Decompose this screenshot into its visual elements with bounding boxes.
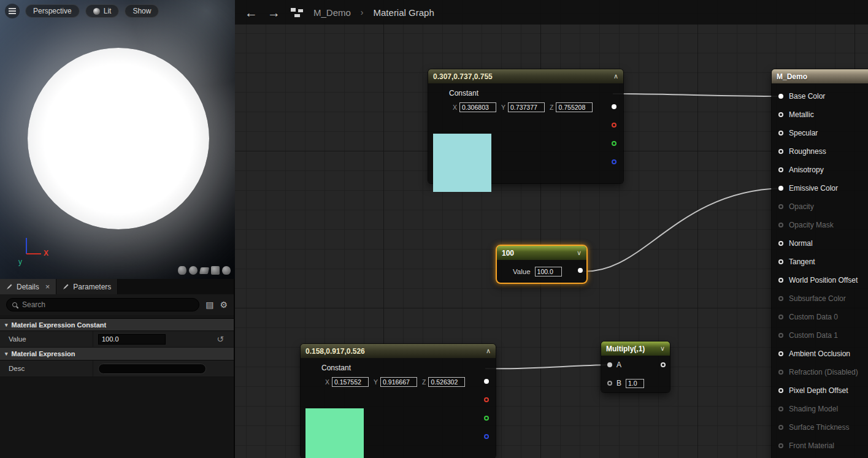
pin-icon[interactable] xyxy=(778,204,783,209)
output-pin-b[interactable] xyxy=(612,159,616,164)
result-pin-row[interactable]: Custom Data 0 xyxy=(772,308,868,326)
output-pin-r[interactable] xyxy=(484,397,489,402)
result-node-header[interactable]: M_Demo xyxy=(772,69,868,83)
material-graph-canvas[interactable]: 0.307,0.737,0.755 ∧ Constant X Y Z xyxy=(235,0,868,458)
multiply-node-header[interactable]: Multiply(,1) ∨ xyxy=(601,342,670,356)
preview-mesh-cylinder-icon[interactable] xyxy=(178,266,186,275)
perspective-button[interactable]: Perspective xyxy=(25,4,80,18)
preview-mesh-plane-icon[interactable] xyxy=(199,267,209,274)
material-result-node[interactable]: M_Demo Base ColorMetallicSpecularRoughne… xyxy=(772,69,868,458)
output-pin-b[interactable] xyxy=(484,434,489,439)
pin-icon[interactable] xyxy=(778,425,783,430)
result-pin-row[interactable]: Shading Model xyxy=(772,400,868,418)
hamburger-menu-icon[interactable] xyxy=(5,4,20,18)
pin-icon[interactable] xyxy=(778,94,783,99)
output-pin[interactable] xyxy=(661,362,666,367)
value-input[interactable] xyxy=(98,334,166,345)
pin-icon[interactable] xyxy=(778,388,783,393)
preview-viewport[interactable]: Perspective Lit Show X y xyxy=(0,0,235,279)
z-value-input[interactable] xyxy=(556,102,593,112)
output-pin-g[interactable] xyxy=(612,141,616,146)
result-pin-row[interactable]: Ambient Occlusion xyxy=(772,345,868,363)
value-node-header[interactable]: 100 ∨ xyxy=(497,246,586,260)
x-value-input[interactable] xyxy=(332,377,369,387)
pin-icon[interactable] xyxy=(778,351,783,356)
pin-icon[interactable] xyxy=(778,259,783,264)
constant-node-top-header[interactable]: 0.307,0.737,0.755 ∧ xyxy=(428,69,623,83)
lit-button[interactable]: Lit xyxy=(85,4,120,18)
back-button[interactable]: ← xyxy=(245,6,258,19)
output-pin-rgb[interactable] xyxy=(484,379,489,384)
b-value-input[interactable] xyxy=(626,379,644,388)
pin-icon[interactable] xyxy=(778,112,783,117)
desc-input[interactable] xyxy=(98,364,206,374)
result-pin-row[interactable]: Base Color xyxy=(772,87,868,105)
expand-chevron-icon[interactable]: ∨ xyxy=(660,345,665,353)
constant-node-bottom[interactable]: 0.158,0.917,0.526 ∧ Constant X Y Z xyxy=(301,344,496,458)
pin-icon[interactable] xyxy=(778,186,783,191)
result-pin-row[interactable]: World Position Offset xyxy=(772,271,868,289)
expand-chevron-icon[interactable]: ∨ xyxy=(577,249,582,257)
pin-icon[interactable] xyxy=(778,223,783,227)
search-input[interactable] xyxy=(22,300,193,309)
constant-node-bottom-header[interactable]: 0.158,0.917,0.526 ∧ xyxy=(301,344,496,358)
pin-icon[interactable] xyxy=(778,333,783,338)
preview-mesh-teapot-icon[interactable] xyxy=(222,266,231,275)
section-material-expression-constant[interactable]: ▾ Material Expression Constant xyxy=(0,318,234,331)
multiply-node[interactable]: Multiply(,1) ∨ A B xyxy=(601,342,670,392)
result-pin-row[interactable]: Tangent xyxy=(772,253,868,271)
output-pin-g[interactable] xyxy=(484,416,489,421)
pin-icon[interactable] xyxy=(778,315,783,319)
constant-value-node[interactable]: 100 ∨ Value xyxy=(496,245,588,284)
forward-button[interactable]: → xyxy=(267,6,280,19)
breadcrumb-asset[interactable]: M_Demo xyxy=(313,7,351,18)
pin-icon[interactable] xyxy=(778,370,783,375)
pin-icon[interactable] xyxy=(778,167,783,172)
close-details-icon[interactable]: × xyxy=(45,282,50,291)
tab-parameters[interactable]: Parameters xyxy=(56,279,118,294)
x-value-input[interactable] xyxy=(459,102,496,112)
result-pin-row[interactable]: Pixel Depth Offset xyxy=(772,381,868,400)
pin-icon[interactable] xyxy=(778,296,783,301)
constant-node-top[interactable]: 0.307,0.737,0.755 ∧ Constant X Y Z xyxy=(428,69,623,183)
result-pin-row[interactable]: Specular xyxy=(772,124,868,142)
column-view-icon[interactable]: ▤ xyxy=(205,300,213,309)
pin-icon[interactable] xyxy=(778,131,783,135)
output-pin-r[interactable] xyxy=(612,123,616,128)
pin-icon[interactable] xyxy=(778,406,783,411)
pin-icon[interactable] xyxy=(778,149,783,154)
show-button[interactable]: Show xyxy=(125,4,159,18)
output-pin[interactable] xyxy=(578,268,583,273)
result-pin-row[interactable]: Normal xyxy=(772,234,868,253)
output-pin-rgb[interactable] xyxy=(612,104,616,109)
reset-to-default-icon[interactable]: ↺ xyxy=(217,334,224,344)
pin-icon[interactable] xyxy=(778,278,783,283)
input-pin-b[interactable] xyxy=(607,381,612,386)
result-pin-row[interactable]: Anisotropy xyxy=(772,161,868,179)
result-pin-row[interactable]: Subsurface Color xyxy=(772,289,868,308)
collapse-chevron-icon[interactable]: ∧ xyxy=(486,347,491,355)
result-pin-row[interactable]: Opacity xyxy=(772,197,868,216)
result-pin-row[interactable]: Surface Thickness xyxy=(772,418,868,437)
y-value-input[interactable] xyxy=(380,377,417,387)
result-pin-row[interactable]: Custom Data 1 xyxy=(772,326,868,345)
result-pin-row[interactable]: Metallic xyxy=(772,105,868,124)
result-pin-row[interactable]: Emissive Color xyxy=(772,179,868,197)
result-pin-row[interactable]: Opacity Mask xyxy=(772,216,868,234)
section-material-expression[interactable]: ▾ Material Expression xyxy=(0,348,234,361)
settings-gear-icon[interactable]: ⚙ xyxy=(220,300,228,309)
z-value-input[interactable] xyxy=(428,377,465,387)
search-box[interactable] xyxy=(6,298,199,311)
result-pin-row[interactable]: Refraction (Disabled) xyxy=(772,363,868,381)
result-pin-row[interactable]: Front Material xyxy=(772,437,868,455)
collapse-arrow-icon[interactable]: ▾ xyxy=(5,351,8,357)
pin-icon[interactable] xyxy=(778,241,783,246)
preview-mesh-sphere-icon[interactable] xyxy=(189,266,198,275)
scalar-value-input[interactable] xyxy=(535,267,562,277)
tab-details[interactable]: Details × xyxy=(0,279,56,294)
y-value-input[interactable] xyxy=(508,102,545,112)
collapse-chevron-icon[interactable]: ∧ xyxy=(613,72,618,80)
graph-hierarchy-icon[interactable] xyxy=(290,7,304,18)
input-pin-a[interactable] xyxy=(607,362,612,367)
collapse-arrow-icon[interactable]: ▾ xyxy=(5,322,8,328)
